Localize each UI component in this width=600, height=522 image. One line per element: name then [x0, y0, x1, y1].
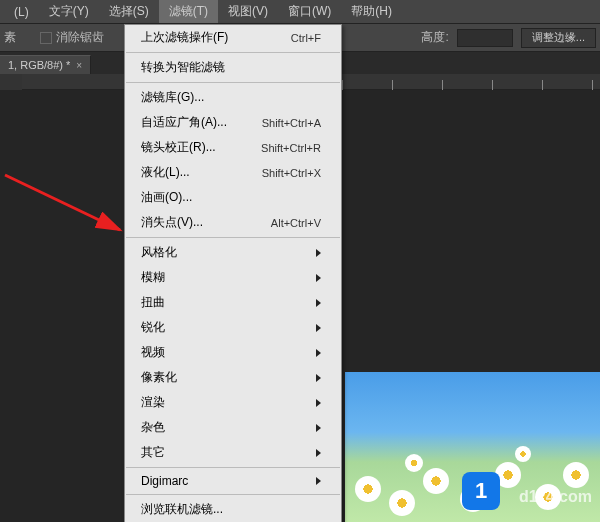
menu-item-label: 风格化	[141, 244, 177, 261]
chevron-right-icon	[316, 349, 321, 357]
menu-item-label: 其它	[141, 444, 165, 461]
menu-adaptive-wide-angle[interactable]: 自适应广角(A)... Shift+Ctrl+A	[125, 110, 341, 135]
menu-stylize[interactable]: 风格化	[125, 240, 341, 265]
menu-filter[interactable]: 滤镜(T)	[159, 0, 218, 23]
menu-item-label: 锐化	[141, 319, 165, 336]
menu-blur[interactable]: 模糊	[125, 265, 341, 290]
menu-item-label: 滤镜库(G)...	[141, 89, 204, 106]
menu-item-label: 液化(L)...	[141, 164, 190, 181]
chevron-right-icon	[316, 477, 321, 485]
menu-item-label: 杂色	[141, 419, 165, 436]
menu-separator	[126, 52, 340, 53]
menu-separator	[126, 82, 340, 83]
chevron-right-icon	[316, 374, 321, 382]
menu-pixelate[interactable]: 像素化	[125, 365, 341, 390]
menu-help[interactable]: 帮助(H)	[341, 0, 402, 23]
menu-last-filter[interactable]: 上次滤镜操作(F) Ctrl+F	[125, 25, 341, 50]
menu-item-label: 视频	[141, 344, 165, 361]
menu-item-label: 油画(O)...	[141, 189, 192, 206]
menu-item-label: Digimarc	[141, 474, 188, 488]
menu-separator	[126, 467, 340, 468]
menubar: (L) 文字(Y) 选择(S) 滤镜(T) 视图(V) 窗口(W) 帮助(H)	[0, 0, 600, 24]
antialias-label: 消除锯齿	[56, 29, 104, 46]
menu-item-label: 渲染	[141, 394, 165, 411]
chevron-right-icon	[316, 399, 321, 407]
chevron-right-icon	[316, 274, 321, 282]
menu-render[interactable]: 渲染	[125, 390, 341, 415]
menu-digimarc[interactable]: Digimarc	[125, 470, 341, 492]
chevron-right-icon	[316, 324, 321, 332]
menu-sharpen[interactable]: 锐化	[125, 315, 341, 340]
menu-item-shortcut: Alt+Ctrl+V	[271, 217, 321, 229]
menu-liquify[interactable]: 液化(L)... Shift+Ctrl+X	[125, 160, 341, 185]
chevron-right-icon	[316, 424, 321, 432]
chevron-right-icon	[316, 249, 321, 257]
menu-item-label: 转换为智能滤镜	[141, 59, 225, 76]
menu-filter-gallery[interactable]: 滤镜库(G)...	[125, 85, 341, 110]
menu-distort[interactable]: 扭曲	[125, 290, 341, 315]
menu-item-label: 模糊	[141, 269, 165, 286]
close-icon[interactable]: ×	[76, 60, 82, 71]
menu-item-shortcut: Shift+Ctrl+X	[262, 167, 321, 179]
chevron-right-icon	[316, 449, 321, 457]
antialias-checkbox[interactable]	[40, 32, 52, 44]
document-tab-title: 1, RGB/8#) *	[8, 59, 70, 71]
menu-noise[interactable]: 杂色	[125, 415, 341, 440]
menu-item-label: 像素化	[141, 369, 177, 386]
watermark-logo: 1	[462, 472, 500, 510]
toolbar-mode-label: 素	[4, 29, 16, 46]
menu-separator	[126, 494, 340, 495]
watermark-text: d1z4.com	[519, 488, 592, 506]
menu-window[interactable]: 窗口(W)	[278, 0, 341, 23]
menu-item-shortcut: Shift+Ctrl+R	[261, 142, 321, 154]
menu-item-shortcut: Ctrl+F	[291, 32, 321, 44]
menu-other[interactable]: 其它	[125, 440, 341, 465]
filter-dropdown: 上次滤镜操作(F) Ctrl+F 转换为智能滤镜 滤镜库(G)... 自适应广角…	[124, 24, 342, 522]
menu-item-label: 上次滤镜操作(F)	[141, 29, 228, 46]
menu-select[interactable]: 选择(S)	[99, 0, 159, 23]
menu-item-label: 消失点(V)...	[141, 214, 203, 231]
canvas-image: 1 d1z4.com	[345, 372, 600, 522]
menu-view[interactable]: 视图(V)	[218, 0, 278, 23]
height-input[interactable]	[457, 29, 513, 47]
menu-browse-filters-online[interactable]: 浏览联机滤镜...	[125, 497, 341, 522]
menu-vanishing-point[interactable]: 消失点(V)... Alt+Ctrl+V	[125, 210, 341, 235]
menu-separator	[126, 237, 340, 238]
refine-edge-button[interactable]: 调整边缘...	[521, 28, 596, 48]
menu-item-label: 自适应广角(A)...	[141, 114, 227, 131]
menu-item-label: 镜头校正(R)...	[141, 139, 216, 156]
document-tab[interactable]: 1, RGB/8#) * ×	[0, 55, 91, 74]
menu-item-shortcut: Shift+Ctrl+A	[262, 117, 321, 129]
menu-item-label: 扭曲	[141, 294, 165, 311]
chevron-right-icon	[316, 299, 321, 307]
menu-convert-smart-filter[interactable]: 转换为智能滤镜	[125, 55, 341, 80]
height-label: 高度:	[421, 29, 448, 46]
menu-layer[interactable]: (L)	[4, 0, 39, 23]
menu-video[interactable]: 视频	[125, 340, 341, 365]
menu-type[interactable]: 文字(Y)	[39, 0, 99, 23]
menu-item-label: 浏览联机滤镜...	[141, 501, 223, 518]
menu-lens-correction[interactable]: 镜头校正(R)... Shift+Ctrl+R	[125, 135, 341, 160]
menu-oil-paint[interactable]: 油画(O)...	[125, 185, 341, 210]
